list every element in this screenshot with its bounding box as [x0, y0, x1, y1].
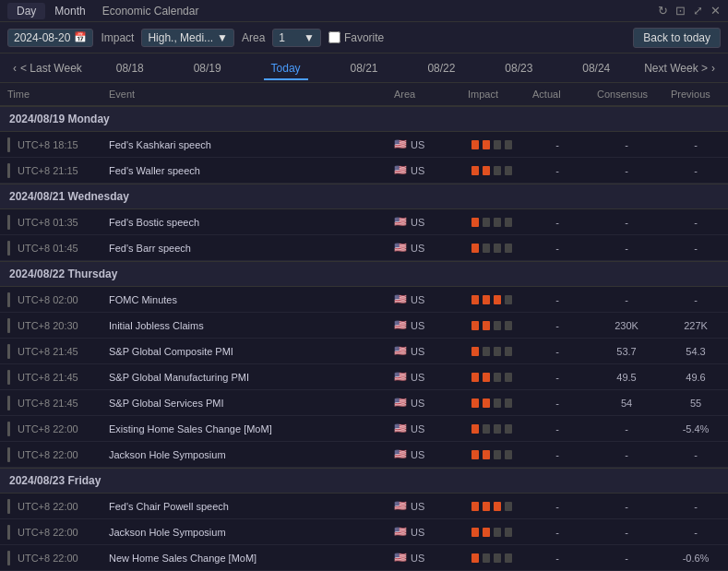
flag-icon: 🇺🇸: [394, 138, 407, 150]
title-bar: Day Month Economic Calendar ↻ ⊡ ⤢ ✕: [0, 0, 728, 22]
area-text: US: [411, 527, 424, 538]
cell-consensus: 54: [590, 393, 663, 413]
cell-time: UTC+8 22:00: [0, 494, 101, 518]
table-row[interactable]: UTC+8 22:00 Jackson Hole Symposium 🇺🇸 US…: [0, 519, 728, 545]
area-text: US: [411, 398, 424, 409]
area-text: US: [411, 139, 424, 150]
favorite-checkbox-wrapper[interactable]: Favorite: [328, 31, 384, 44]
cell-actual: -: [525, 496, 590, 517]
flag-icon: 🇺🇸: [394, 345, 407, 357]
cell-time: UTC+8 18:15: [0, 133, 101, 157]
next-week-button[interactable]: Next Week > ›: [635, 58, 724, 78]
cell-time: UTC+8 21:45: [0, 365, 101, 389]
events-table: Time Event Area Impact Actual Consensus …: [0, 83, 728, 571]
cell-impact: [460, 136, 525, 154]
cell-actual: -: [525, 522, 590, 542]
cell-actual: -: [525, 548, 590, 568]
cell-event: Fed's Chair Powell speech: [101, 496, 387, 517]
table-row[interactable]: UTC+8 22:00 New Home Sales Change [MoM] …: [0, 545, 728, 571]
area-label: Area: [242, 31, 265, 44]
prev-week-label: < Last Week: [20, 62, 82, 75]
cell-previous: -: [663, 522, 728, 542]
refresh-icon[interactable]: ↻: [658, 4, 668, 18]
cell-actual: -: [525, 238, 590, 258]
cell-previous: 227K: [663, 315, 728, 336]
tab-day[interactable]: Day: [7, 3, 45, 19]
tab-month[interactable]: Month: [45, 3, 94, 19]
table-row[interactable]: UTC+8 22:00 Existing Home Sales Change […: [0, 416, 728, 442]
nav-date-0822[interactable]: 08/22: [420, 56, 462, 80]
date-picker[interactable]: 2024-08-20 📅: [7, 29, 93, 47]
table-row[interactable]: UTC+8 21:45 S&P Global Composite PMI 🇺🇸 …: [0, 339, 728, 364]
cell-previous: -5.4%: [663, 419, 728, 439]
cell-consensus: -: [590, 445, 663, 465]
table-row[interactable]: UTC+8 21:45 S&P Global Services PMI 🇺🇸 U…: [0, 390, 728, 416]
table-row[interactable]: UTC+8 21:45 S&P Global Manufacturing PMI…: [0, 364, 728, 390]
close-icon[interactable]: ✕: [710, 4, 721, 18]
nav-date-0821[interactable]: 08/21: [342, 56, 385, 80]
cell-actual: -: [525, 419, 590, 439]
table-row[interactable]: UTC+8 18:15 Fed's Kashkari speech 🇺🇸 US …: [0, 132, 728, 158]
table-row[interactable]: UTC+8 22:00 Fed's Chair Powell speech 🇺🇸…: [0, 494, 728, 519]
back-to-today-button[interactable]: Back to today: [633, 28, 721, 48]
cell-previous: -: [663, 496, 728, 517]
cell-consensus: 53.7: [590, 341, 663, 362]
cell-area: 🇺🇸 US: [387, 366, 460, 387]
cell-consensus: -: [590, 419, 663, 439]
cell-impact: [460, 316, 525, 335]
cell-consensus: -: [590, 161, 663, 181]
table-row[interactable]: UTC+8 20:30 Initial Jobless Claims 🇺🇸 US…: [0, 313, 728, 339]
nav-date-today[interactable]: Today: [264, 56, 308, 80]
table-row[interactable]: UTC+8 01:45 Fed's Barr speech 🇺🇸 US - - …: [0, 235, 728, 261]
cell-previous: -: [663, 238, 728, 258]
table-row[interactable]: UTC+8 22:00 Jackson Hole Symposium 🇺🇸 US…: [0, 442, 728, 468]
area-text: US: [411, 553, 424, 564]
maximize-icon[interactable]: ⤢: [693, 4, 703, 18]
cell-time: UTC+8 21:45: [0, 339, 101, 363]
area-dropdown[interactable]: 1 ▼: [272, 29, 321, 47]
nav-date-0819[interactable]: 08/19: [186, 56, 229, 80]
prev-week-button[interactable]: ‹ < Last Week: [4, 58, 91, 78]
area-text: US: [411, 320, 424, 331]
col-area: Area: [387, 83, 460, 105]
cell-area: 🇺🇸 US: [387, 289, 460, 310]
window-controls: ↻ ⊡ ⤢ ✕: [658, 4, 721, 18]
nav-date-0823[interactable]: 08/23: [497, 56, 540, 80]
cell-area: 🇺🇸 US: [387, 392, 460, 413]
flag-icon: 🇺🇸: [394, 397, 407, 409]
col-impact: Impact: [460, 83, 525, 105]
impact-value: High., Medi...: [148, 31, 213, 44]
cell-event: New Home Sales Change [MoM]: [101, 548, 387, 568]
cell-impact: [460, 523, 525, 541]
impact-dropdown[interactable]: High., Medi... ▼: [141, 29, 234, 47]
favorite-checkbox[interactable]: [328, 31, 340, 43]
nav-date-0818[interactable]: 08/18: [109, 56, 151, 80]
area-text: US: [411, 423, 424, 434]
cell-time: UTC+8 22:00: [0, 546, 101, 570]
cell-impact: [460, 497, 525, 516]
flag-icon: 🇺🇸: [394, 526, 407, 538]
cell-event: Jackson Hole Symposium: [101, 522, 387, 542]
cell-previous: -0.6%: [663, 548, 728, 568]
table-row[interactable]: UTC+8 02:00 FOMC Minutes 🇺🇸 US - - -: [0, 287, 728, 313]
cell-time: UTC+8 21:15: [0, 159, 101, 183]
cell-actual: -: [525, 212, 590, 232]
cell-area: 🇺🇸 US: [387, 134, 460, 155]
cell-actual: -: [525, 445, 590, 465]
section-header-0: 2024/08/19 Monday: [0, 106, 728, 132]
table-body: 2024/08/19 Monday UTC+8 18:15 Fed's Kash…: [0, 106, 728, 571]
cell-previous: 55: [663, 393, 728, 413]
table-row[interactable]: UTC+8 01:35 Fed's Bostic speech 🇺🇸 US - …: [0, 209, 728, 235]
area-text: US: [411, 449, 424, 460]
flag-icon: 🇺🇸: [394, 216, 407, 228]
cell-time: UTC+8 01:45: [0, 236, 101, 260]
nav-date-0824[interactable]: 08/24: [575, 56, 617, 80]
cell-actual: -: [525, 341, 590, 362]
flag-icon: 🇺🇸: [394, 242, 407, 254]
cell-area: 🇺🇸 US: [387, 495, 460, 517]
cell-previous: 54.3: [663, 341, 728, 362]
cell-event: S&P Global Manufacturing PMI: [101, 367, 387, 387]
tile-icon[interactable]: ⊡: [675, 4, 686, 18]
cell-consensus: -: [590, 522, 663, 542]
table-row[interactable]: UTC+8 21:15 Fed's Waller speech 🇺🇸 US - …: [0, 158, 728, 184]
